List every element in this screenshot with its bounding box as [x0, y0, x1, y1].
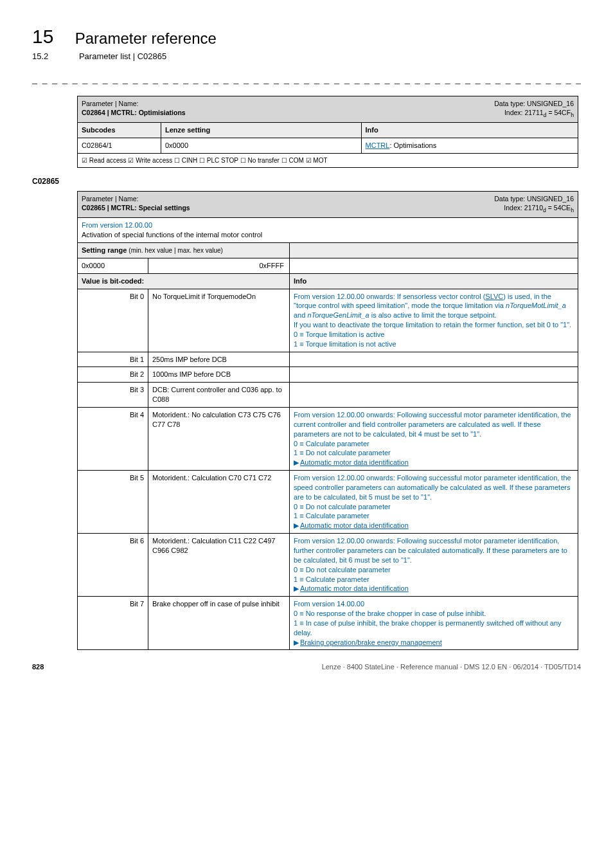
info-version: From version 12.00.00 onwards: — [294, 293, 395, 300]
param-name-cell: Parameter | Name: C02865 | MCTRL: Specia… — [78, 192, 578, 218]
col-lenze: Lenze setting — [161, 123, 361, 138]
index-sub-h: h — [571, 208, 574, 214]
subsection-header: 15.2 Parameter list | C02865 — [32, 51, 581, 61]
chapter-header: 15 Parameter reference — [32, 26, 581, 48]
italic-2: nTorqueGenLimit_a — [307, 311, 369, 319]
param-name-cell: Parameter | Name: C02864 | MCTRL: Optimi… — [78, 96, 578, 123]
sr-max: 0xFFFF — [148, 258, 290, 273]
subcode-value: C02864/1 — [78, 138, 161, 153]
col-lenze-info: Lenze setting Info — [161, 123, 578, 138]
table-c02865: Parameter | Name: C02865 | MCTRL: Specia… — [77, 191, 578, 650]
info-version: From version 12.00.00 onwards: — [294, 474, 395, 482]
bit-info — [290, 367, 578, 383]
bit-desc: 1000ms IMP before DCB — [148, 367, 290, 383]
bit-desc: 250ms IMP before DCB — [148, 352, 290, 367]
info-version: From version 14.00.00 — [294, 600, 364, 608]
separator-rule: _ _ _ _ _ _ _ _ _ _ _ _ _ _ _ _ _ _ _ _ … — [32, 74, 581, 84]
slvc-link[interactable]: SLVC — [485, 293, 503, 300]
auto-motor-link[interactable]: Automatic motor data identification — [300, 584, 409, 592]
bit-desc: Motorident.: No calculation C73 C75 C76 … — [148, 408, 290, 471]
page-number: 828 — [32, 663, 44, 671]
value-bitcoded: Value is bit-coded: — [78, 273, 290, 289]
empty-cell — [290, 243, 578, 258]
empty-cell — [290, 258, 578, 273]
bit-label: Bit 7 — [78, 597, 148, 650]
info-line4: 1 ≡ Torque limitation is not active — [294, 340, 396, 348]
index-prefix: Index: 21710 — [504, 204, 543, 212]
info-t1: If sensorless vector control ( — [395, 293, 486, 300]
bit-info: From version 14.00.00 0 ≡ No response of… — [290, 597, 578, 650]
subsection-number: 15.2 — [32, 51, 48, 61]
info-rest: : Optimisations — [389, 141, 436, 149]
bit-info — [290, 383, 578, 408]
bit-info — [290, 352, 578, 367]
bit-info: From version 12.00.00 onwards: Following… — [290, 471, 578, 534]
bit-label: Bit 5 — [78, 471, 148, 534]
index-eq: = 54CF — [546, 109, 571, 116]
index-eq: = 54CE — [546, 204, 571, 212]
col-subcodes: Subcodes — [78, 123, 161, 138]
activation-text: Activation of special functions of the i… — [82, 231, 262, 239]
info-l1: 0 ≡ Do not calculate parameter — [294, 503, 391, 511]
datatype: Data type: UNSIGNED_16 — [494, 100, 574, 107]
param-meta: Data type: UNSIGNED_16 Index: 21711d = 5… — [494, 99, 574, 120]
bit-label: Bit 2 — [78, 367, 148, 383]
subsection-title: Parameter list | C02865 — [79, 51, 166, 61]
bit-desc: Motorident.: Calculation C70 C71 C72 — [148, 471, 290, 534]
col-info: Info — [361, 123, 578, 138]
bit-label: Bit 0 — [78, 289, 148, 352]
triangle-icon: ▶ — [294, 521, 299, 530]
triangle-icon: ▶ — [294, 458, 299, 467]
param-label: Parameter | Name: — [82, 195, 139, 203]
section-label-c02865: C02865 — [32, 177, 581, 186]
page-footer: 828 Lenze · 8400 StateLine · Reference m… — [32, 663, 581, 671]
mid1: and — [294, 311, 307, 319]
bit-label: Bit 6 — [78, 534, 148, 597]
info-l1: 0 ≡ Calculate parameter — [294, 440, 369, 448]
info-line3: 0 ≡ Torque limitation is active — [294, 330, 384, 338]
triangle-icon: ▶ — [294, 638, 299, 647]
braking-link[interactable]: Braking operation/brake energy managemen… — [300, 638, 442, 646]
version-activation: From version 12.00.00 Activation of spec… — [78, 218, 578, 243]
bit-info: From version 12.00.00 onwards: Following… — [290, 408, 578, 471]
mid2: is also active to limit the torque setpo… — [369, 311, 497, 319]
index-sub-h: h — [571, 112, 574, 118]
bit-label: Bit 3 — [78, 383, 148, 408]
info-value: MCTRL: Optimisations — [361, 138, 578, 153]
param-meta: Data type: UNSIGNED_16 Index: 21710d = 5… — [494, 194, 574, 215]
datatype: Data type: UNSIGNED_16 — [494, 195, 574, 203]
bit-desc: DCB: Current controller and C036 app. to… — [148, 383, 290, 408]
italic-1: nTorqueMotLimit_a — [506, 302, 566, 309]
info-l2: 1 ≡ Calculate parameter — [294, 575, 369, 583]
bit-info: From version 12.00.00 onwards: If sensor… — [290, 289, 578, 352]
param-value: C02864 | MCTRL: Optimisiations — [82, 109, 186, 116]
bit-desc: Brake chopper off in case of pulse inhib… — [148, 597, 290, 650]
triangle-icon: ▶ — [294, 584, 299, 593]
info-l1: 1 ≡ In case of pulse inhibit, the brake … — [294, 619, 562, 637]
param-label: Parameter | Name: — [82, 100, 139, 107]
lenze-setting-value: 0x0000 — [161, 138, 361, 153]
info-l1: 0 ≡ Do not calculate parameter — [294, 566, 391, 574]
subcode-details: 0x0000 MCTRL: Optimisations — [161, 138, 578, 153]
info-l0: 0 ≡ No response of the brake chopper in … — [294, 610, 486, 617]
bit-info: From version 12.00.00 onwards: Following… — [290, 534, 578, 597]
chapter-title: Parameter reference — [75, 30, 217, 48]
bit-label: Bit 1 — [78, 352, 148, 367]
bit-desc: No TorqueLimit if TorquemodeOn — [148, 289, 290, 352]
footer-reference: Lenze · 8400 StateLine · Reference manua… — [322, 663, 581, 671]
table-c02864: Parameter | Name: C02864 | MCTRL: Optimi… — [77, 96, 578, 168]
mctrl-link[interactable]: MCTRL — [366, 141, 390, 149]
access-flags: ☑ Read access ☑ Write access ☐ CINH ☐ PL… — [78, 153, 578, 168]
info-header: Info — [290, 273, 578, 289]
auto-motor-link[interactable]: Automatic motor data identification — [300, 458, 409, 466]
param-value: C02865 | MCTRL: Special settings — [82, 204, 190, 212]
bit-label: Bit 4 — [78, 408, 148, 471]
info-version: From version 12.00.00 onwards: — [294, 537, 395, 545]
info-line2: If you want to deactivate the torque lim… — [294, 321, 571, 329]
setting-range-label: Setting range (min. hex value | max. hex… — [78, 243, 290, 258]
auto-motor-link[interactable]: Automatic motor data identification — [300, 521, 409, 529]
info-l2: 1 ≡ Calculate parameter — [294, 512, 369, 520]
info-l2: 1 ≡ Do not calculate parameter — [294, 449, 391, 457]
bit-desc: Motorident.: Calculation C11 C22 C497 C9… — [148, 534, 290, 597]
chapter-number: 15 — [32, 26, 53, 48]
